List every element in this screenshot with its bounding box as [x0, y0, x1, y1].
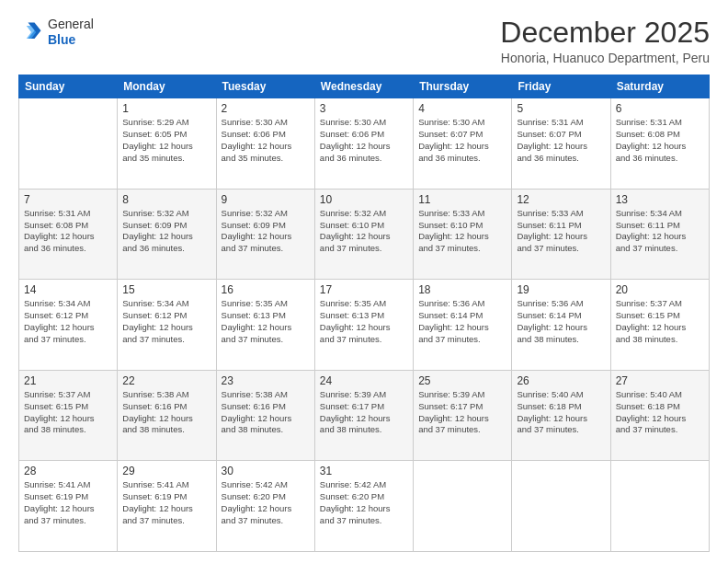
day-info: Sunrise: 5:42 AM Sunset: 6:20 PM Dayligh…: [222, 479, 310, 526]
day-info: Sunrise: 5:33 AM Sunset: 6:11 PM Dayligh…: [517, 208, 605, 255]
calendar-header-cell: Tuesday: [216, 75, 314, 98]
day-number: 24: [320, 374, 408, 387]
day-info: Sunrise: 5:30 AM Sunset: 6:07 PM Dayligh…: [418, 117, 506, 164]
day-number: 31: [320, 465, 408, 477]
calendar-cell: 21Sunrise: 5:37 AM Sunset: 6:15 PM Dayli…: [19, 370, 118, 461]
logo-blue: Blue: [48, 32, 94, 48]
calendar-cell: 8Sunrise: 5:32 AM Sunset: 6:09 PM Daylig…: [118, 189, 216, 280]
calendar-cell: 30Sunrise: 5:42 AM Sunset: 6:20 PM Dayli…: [216, 461, 314, 552]
header: General Blue December 2025 Honoria, Huan…: [18, 17, 710, 65]
day-info: Sunrise: 5:34 AM Sunset: 6:11 PM Dayligh…: [616, 208, 704, 255]
day-info: Sunrise: 5:31 AM Sunset: 6:08 PM Dayligh…: [616, 117, 704, 164]
day-number: 16: [222, 283, 310, 296]
calendar-cell: 14Sunrise: 5:34 AM Sunset: 6:12 PM Dayli…: [19, 280, 118, 371]
logo-icon: [18, 19, 44, 45]
subtitle: Honoria, Huanuco Department, Peru: [500, 51, 710, 65]
calendar-cell: 29Sunrise: 5:41 AM Sunset: 6:19 PM Dayli…: [118, 461, 216, 552]
calendar-cell: 24Sunrise: 5:39 AM Sunset: 6:17 PM Dayli…: [314, 370, 413, 461]
calendar-cell: 27Sunrise: 5:40 AM Sunset: 6:18 PM Dayli…: [610, 370, 709, 461]
day-number: 6: [616, 102, 704, 115]
day-info: Sunrise: 5:36 AM Sunset: 6:14 PM Dayligh…: [418, 298, 506, 345]
day-number: 28: [24, 465, 112, 477]
calendar-header-cell: Saturday: [610, 75, 709, 98]
day-info: Sunrise: 5:31 AM Sunset: 6:08 PM Dayligh…: [24, 208, 112, 255]
day-number: 10: [320, 193, 408, 206]
day-info: Sunrise: 5:35 AM Sunset: 6:13 PM Dayligh…: [222, 298, 310, 345]
calendar-cell: [19, 98, 118, 190]
calendar-cell: 1Sunrise: 5:29 AM Sunset: 6:05 PM Daylig…: [118, 98, 216, 190]
calendar-cell: 11Sunrise: 5:33 AM Sunset: 6:10 PM Dayli…: [414, 189, 512, 280]
day-number: 4: [418, 102, 506, 115]
calendar-cell: 2Sunrise: 5:30 AM Sunset: 6:06 PM Daylig…: [216, 98, 314, 190]
day-number: 29: [122, 465, 210, 477]
day-number: 26: [517, 374, 605, 387]
day-number: 27: [616, 374, 704, 387]
calendar-cell: 6Sunrise: 5:31 AM Sunset: 6:08 PM Daylig…: [610, 98, 709, 190]
day-number: 15: [122, 283, 210, 296]
day-number: 19: [517, 283, 605, 296]
calendar-cell: 23Sunrise: 5:38 AM Sunset: 6:16 PM Dayli…: [216, 370, 314, 461]
title-block: December 2025 Honoria, Huanuco Departmen…: [500, 17, 710, 65]
day-number: 14: [24, 283, 112, 296]
day-info: Sunrise: 5:42 AM Sunset: 6:20 PM Dayligh…: [320, 479, 408, 526]
day-number: 17: [320, 283, 408, 296]
day-number: 25: [418, 374, 506, 387]
day-info: Sunrise: 5:31 AM Sunset: 6:07 PM Dayligh…: [517, 117, 605, 164]
day-number: 21: [24, 374, 112, 387]
calendar-cell: 9Sunrise: 5:32 AM Sunset: 6:09 PM Daylig…: [216, 189, 314, 280]
calendar-cell: 12Sunrise: 5:33 AM Sunset: 6:11 PM Dayli…: [512, 189, 610, 280]
day-number: 30: [222, 465, 310, 477]
day-info: Sunrise: 5:32 AM Sunset: 6:10 PM Dayligh…: [320, 208, 408, 255]
calendar-header-cell: Friday: [512, 75, 610, 98]
day-number: 18: [418, 283, 506, 296]
calendar-cell: 25Sunrise: 5:39 AM Sunset: 6:17 PM Dayli…: [414, 370, 512, 461]
calendar-week-row: 7Sunrise: 5:31 AM Sunset: 6:08 PM Daylig…: [19, 189, 710, 280]
calendar-header-cell: Wednesday: [314, 75, 413, 98]
calendar-header-cell: Monday: [118, 75, 216, 98]
main-title: December 2025: [500, 17, 710, 49]
calendar-cell: 18Sunrise: 5:36 AM Sunset: 6:14 PM Dayli…: [414, 280, 512, 371]
calendar-week-row: 28Sunrise: 5:41 AM Sunset: 6:19 PM Dayli…: [19, 461, 710, 552]
calendar-cell: 7Sunrise: 5:31 AM Sunset: 6:08 PM Daylig…: [19, 189, 118, 280]
day-number: 3: [320, 102, 408, 115]
day-info: Sunrise: 5:34 AM Sunset: 6:12 PM Dayligh…: [122, 298, 210, 345]
calendar-cell: 31Sunrise: 5:42 AM Sunset: 6:20 PM Dayli…: [314, 461, 413, 552]
calendar-table: SundayMondayTuesdayWednesdayThursdayFrid…: [18, 75, 710, 552]
day-number: 2: [222, 102, 310, 115]
logo: General Blue: [18, 17, 94, 48]
calendar-cell: 19Sunrise: 5:36 AM Sunset: 6:14 PM Dayli…: [512, 280, 610, 371]
logo-general: General: [48, 17, 94, 32]
page: General Blue December 2025 Honoria, Huan…: [0, 0, 728, 563]
day-info: Sunrise: 5:41 AM Sunset: 6:19 PM Dayligh…: [24, 479, 112, 526]
calendar-cell: 13Sunrise: 5:34 AM Sunset: 6:11 PM Dayli…: [610, 189, 709, 280]
day-info: Sunrise: 5:40 AM Sunset: 6:18 PM Dayligh…: [517, 389, 605, 436]
day-number: 22: [122, 374, 210, 387]
calendar-cell: 5Sunrise: 5:31 AM Sunset: 6:07 PM Daylig…: [512, 98, 610, 190]
day-info: Sunrise: 5:29 AM Sunset: 6:05 PM Dayligh…: [122, 117, 210, 164]
logo-text: General Blue: [48, 17, 94, 48]
day-info: Sunrise: 5:30 AM Sunset: 6:06 PM Dayligh…: [320, 117, 408, 164]
calendar-cell: 17Sunrise: 5:35 AM Sunset: 6:13 PM Dayli…: [314, 280, 413, 371]
day-info: Sunrise: 5:30 AM Sunset: 6:06 PM Dayligh…: [222, 117, 310, 164]
day-info: Sunrise: 5:33 AM Sunset: 6:10 PM Dayligh…: [418, 208, 506, 255]
day-number: 7: [24, 193, 112, 206]
day-info: Sunrise: 5:39 AM Sunset: 6:17 PM Dayligh…: [320, 389, 408, 436]
calendar-week-row: 1Sunrise: 5:29 AM Sunset: 6:05 PM Daylig…: [19, 98, 710, 190]
day-info: Sunrise: 5:38 AM Sunset: 6:16 PM Dayligh…: [222, 389, 310, 436]
calendar-cell: 20Sunrise: 5:37 AM Sunset: 6:15 PM Dayli…: [610, 280, 709, 371]
day-info: Sunrise: 5:37 AM Sunset: 6:15 PM Dayligh…: [616, 298, 704, 345]
day-info: Sunrise: 5:40 AM Sunset: 6:18 PM Dayligh…: [616, 389, 704, 436]
calendar-cell: [512, 461, 610, 552]
calendar-header-row: SundayMondayTuesdayWednesdayThursdayFrid…: [19, 75, 710, 98]
day-info: Sunrise: 5:35 AM Sunset: 6:13 PM Dayligh…: [320, 298, 408, 345]
calendar-cell: 3Sunrise: 5:30 AM Sunset: 6:06 PM Daylig…: [314, 98, 413, 190]
calendar-cell: 10Sunrise: 5:32 AM Sunset: 6:10 PM Dayli…: [314, 189, 413, 280]
day-info: Sunrise: 5:34 AM Sunset: 6:12 PM Dayligh…: [24, 298, 112, 345]
day-number: 13: [616, 193, 704, 206]
day-info: Sunrise: 5:36 AM Sunset: 6:14 PM Dayligh…: [517, 298, 605, 345]
day-number: 12: [517, 193, 605, 206]
day-info: Sunrise: 5:41 AM Sunset: 6:19 PM Dayligh…: [122, 479, 210, 526]
day-number: 23: [222, 374, 310, 387]
calendar-cell: [414, 461, 512, 552]
calendar-week-row: 21Sunrise: 5:37 AM Sunset: 6:15 PM Dayli…: [19, 370, 710, 461]
